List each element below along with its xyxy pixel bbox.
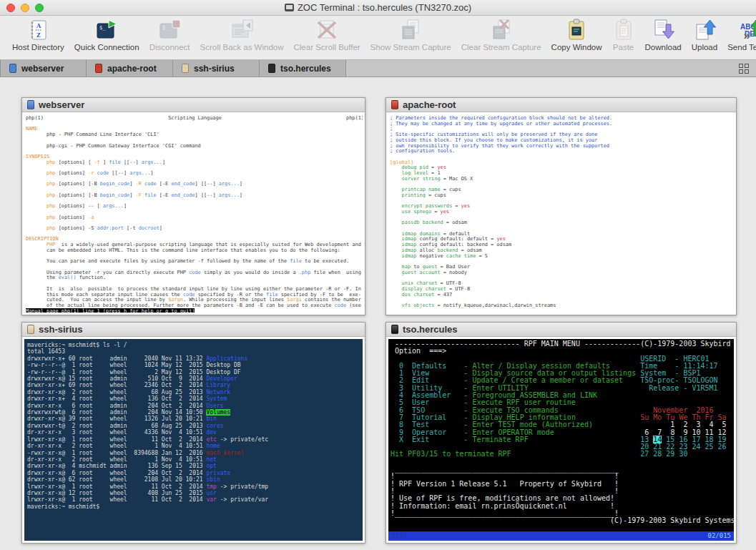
terminal-screen-webserver[interactable]: php(1) Scripting Language php(1) NAME ph… bbox=[24, 114, 363, 313]
tab-label: tso.hercules bbox=[280, 64, 331, 74]
terminal-screen-ssh-sirius[interactable]: mavericks:~ mschmidt$ ls -l /total 16453… bbox=[24, 339, 363, 541]
clear-scroll-buffer-icon bbox=[315, 18, 338, 42]
toolbar-button-label: Paste bbox=[613, 43, 634, 51]
minimize-button[interactable] bbox=[21, 4, 29, 12]
svg-text:A: A bbox=[36, 22, 41, 29]
terminal-line: lrwxr-xr-x@ 1 root wheel 11 Oct 2 2014 v… bbox=[27, 496, 363, 503]
window-title-label: ssh-sirius bbox=[39, 324, 82, 335]
zoc-terminal-app: ZOC Terminal : tso.hercules (TN3270.zoc)… bbox=[0, 0, 756, 550]
terminal-line bbox=[26, 149, 361, 154]
host-directory-icon: AZ bbox=[26, 18, 49, 42]
toolbar-button-label: Copy Window bbox=[551, 43, 602, 51]
terminal-line: drwxr-xr-x@ 12 root wheel 408 Jun 25 201… bbox=[27, 490, 363, 496]
window-title-label: apache-root bbox=[403, 99, 456, 110]
session-tabbar: webserverapache-rootssh-siriustso.hercul… bbox=[0, 60, 756, 77]
window-titlebar-tso-hercules[interactable]: tso.hercules bbox=[386, 323, 736, 337]
tab-ssh-sirius[interactable]: ssh-sirius bbox=[173, 60, 260, 77]
terminal-line: passdb backend = odsam bbox=[390, 220, 732, 226]
session-icon-ssh-sirius bbox=[27, 325, 34, 334]
macos-titlebar: ZOC Terminal : tso.hercules (TN3270.zoc) bbox=[0, 0, 756, 16]
window-titlebar-apache-root[interactable]: apache-root bbox=[386, 98, 736, 112]
terminal-line bbox=[390, 154, 732, 160]
terminal-line: lrwxr-xr-x@ 1 root wheel 11 Oct 2 2014 e… bbox=[27, 436, 363, 443]
terminal-line: dr-xr-xr-x 3 root wheel 4336 Nov 4 10:51… bbox=[27, 429, 363, 436]
disconnect-icon: $_ bbox=[158, 18, 181, 42]
tab-session-icon bbox=[95, 64, 102, 73]
close-button[interactable] bbox=[6, 4, 15, 12]
terminal-line: drwxrwxrwt@ 6 root admin 204 Nov 14 10:5… bbox=[27, 409, 363, 416]
terminal-line: php [options] -a bbox=[26, 215, 361, 221]
terminal-line: ; configuration tools. bbox=[390, 149, 732, 154]
terminal-line: guest account = nobody bbox=[390, 270, 732, 276]
terminal-line: drwxr-xr-x@ 39 root wheel 1326 Jul 20 10… bbox=[27, 416, 363, 422]
quick-connection-icon: $_ bbox=[95, 18, 118, 42]
toolbar-copy-window-button[interactable]: Copy Window bbox=[551, 18, 602, 51]
toolbar-paste-button[interactable]: Paste bbox=[612, 18, 635, 51]
terminal-line: drwxrwxr-x+ 60 root admin 2040 Nov 11 13… bbox=[27, 355, 363, 362]
terminal-line: -rw-r--r--@ 1 root wheel 1024 May 12 201… bbox=[27, 362, 363, 368]
window-titlebar-webserver[interactable]: webserver bbox=[22, 98, 365, 112]
terminal-line: can be embedded into HTML. This is the c… bbox=[26, 248, 361, 254]
terminal-window-ssh-sirius: ssh-sirius mavericks:~ mschmidt$ ls -l /… bbox=[21, 322, 365, 544]
tab-session-icon bbox=[182, 64, 189, 73]
svg-text:Z: Z bbox=[36, 31, 41, 39]
terminal-line: drwxrwxr-x@ 15 root admin 510 Oct 9 2014… bbox=[27, 375, 363, 382]
toolbar-button-label: Send Textfile bbox=[727, 43, 756, 51]
window-titlebar-ssh-sirius[interactable]: ssh-sirius bbox=[22, 323, 365, 337]
tab-label: ssh-sirius bbox=[194, 64, 235, 74]
window-title: ZOC Terminal : tso.hercules (TN3270.zoc) bbox=[0, 2, 756, 13]
tab-tso.hercules[interactable]: tso.hercules bbox=[260, 60, 346, 77]
terminal-line: php [options] [-B begin_code] -F file [-… bbox=[26, 193, 361, 199]
terminal-line: dr-xr-xr-x 2 root wheel 1 Nov 4 10:51 ne… bbox=[27, 456, 363, 463]
tab-webserver[interactable]: webserver bbox=[0, 60, 87, 77]
copy-window-icon bbox=[565, 18, 588, 42]
terminal-screen-apache-root[interactable]: ; Parameters inside the required configu… bbox=[388, 114, 734, 313]
terminal-line: debug pid = yes bbox=[390, 165, 732, 171]
toolbar-overflow-chevron-icon[interactable]: » bbox=[744, 29, 750, 43]
toolbar-upload-button[interactable]: Upload bbox=[692, 18, 717, 51]
terminal-line: drwxr-xr-x 6 root admin 204 Oct 2 2014 U… bbox=[27, 403, 363, 409]
upload-icon bbox=[693, 18, 716, 42]
terminal-line: vfs objects = notify_kqueue,darwinacl,da… bbox=[390, 303, 732, 309]
toolbar-button-label: Show Stream Capture bbox=[370, 43, 451, 51]
terminal-line: drwxr-xr-x@ 2 root wheel 68 Aug 25 2013 … bbox=[27, 389, 363, 396]
terminal-line: php [options] -- [ args...] bbox=[26, 204, 361, 210]
terminal-line: -rwxr-xr-x@ 1 root wheel 8394688 Jan 12 … bbox=[27, 450, 363, 456]
toolbar-button-label: Quick Connection bbox=[74, 43, 139, 51]
terminal-line: drwxr-xr-x+ 4 root wheel 136 Oct 2 2014 … bbox=[27, 396, 363, 402]
toolbar-quick-connection-button[interactable]: $_Quick Connection bbox=[74, 18, 139, 51]
terminal-line: php [options] [-B begin_code] -R code [-… bbox=[26, 182, 361, 187]
toolbar-download-button[interactable]: Download bbox=[645, 18, 682, 51]
tab-label: apache-root bbox=[107, 64, 157, 74]
toolbar-scrollback-window-button[interactable]: Scroll Back as Window bbox=[200, 18, 284, 51]
toolbar-send-textfile-button[interactable]: ABCDEFSend Textfile bbox=[727, 18, 756, 51]
toolbar-show-stream-capture-button[interactable]: Show Stream Capture bbox=[370, 18, 451, 51]
tso-status-bar: 3279 02/015 bbox=[388, 531, 734, 541]
terminal-line bbox=[26, 122, 361, 127]
session-icon-apache-root bbox=[391, 100, 398, 109]
session-icon-tso-hercules bbox=[391, 325, 398, 334]
toolbar-clear-stream-capture-button[interactable]: Clear Stream Capture bbox=[461, 18, 541, 51]
toolbar-button-label: Clear Scroll Buffer bbox=[294, 43, 360, 51]
terminal-line: Manual page php(1) line 1 (press h for h… bbox=[26, 309, 361, 313]
scrollback-window-icon bbox=[230, 18, 253, 42]
tab-label: webserver bbox=[21, 64, 64, 74]
terminal-screen-tso-hercules[interactable]: ----------------------------- RPF MAIN M… bbox=[388, 339, 734, 531]
window-title-label: tso.hercules bbox=[403, 324, 458, 335]
terminal-line: idmap negative cache time = 5 bbox=[390, 254, 732, 260]
download-icon bbox=[652, 18, 674, 42]
terminal-window-tso-hercules: tso.hercules ---------------------------… bbox=[386, 322, 737, 544]
toolbar-host-directory-button[interactable]: AZHost Directory bbox=[12, 18, 64, 51]
zoom-button[interactable] bbox=[35, 4, 44, 12]
terminal-line: ; They may be changed at any time by upg… bbox=[390, 122, 732, 127]
terminal-line: drwxr-xr-x@ 4 mschmidt admin 136 Sep 15 … bbox=[27, 463, 363, 469]
tab-apache-root[interactable]: apache-root bbox=[87, 60, 173, 77]
terminal-line: (C)-1979-2003 Skybird Systems bbox=[391, 517, 734, 524]
clear-stream-capture-icon bbox=[490, 18, 513, 42]
terminal-line: drwxr-xr-x@ 6 root wheel 204 Oct 2 2014 … bbox=[27, 470, 363, 476]
toolbar-disconnect-button[interactable]: $_Disconnect bbox=[149, 18, 190, 51]
tile-windows-icon[interactable] bbox=[739, 64, 749, 74]
toolbar-button-label: Host Directory bbox=[12, 43, 64, 51]
toolbar-clear-scroll-buffer-button[interactable]: Clear Scroll Buffer bbox=[294, 18, 360, 51]
terminal-line: drwxr-xr-x+ 69 root wheel 2346 Oct 2 201… bbox=[27, 382, 363, 388]
